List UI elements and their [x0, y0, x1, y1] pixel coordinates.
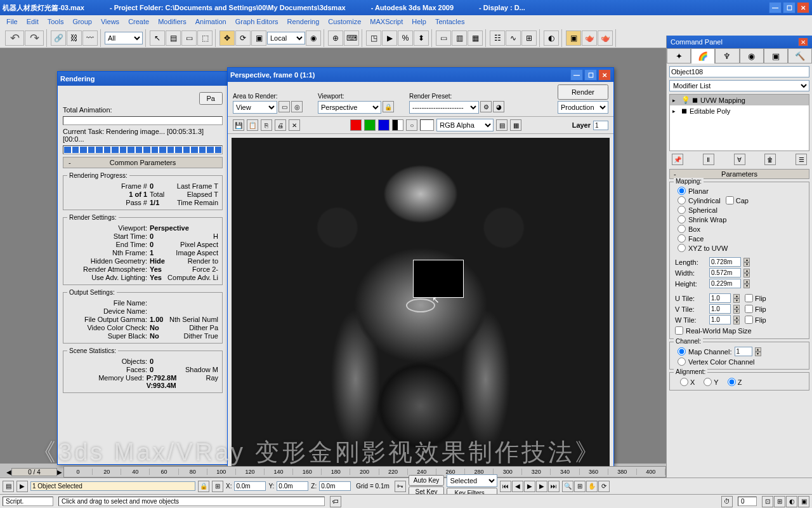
cp-close-button[interactable]: [798, 37, 808, 46]
keyboard-shortcut-button[interactable]: ⌨: [344, 30, 359, 46]
time-config-icon[interactable]: ⏱: [721, 496, 733, 507]
menu-group[interactable]: Group: [69, 17, 96, 27]
stack-editable-poly[interactable]: ◼ Editable Poly: [670, 105, 809, 116]
scale-button[interactable]: ▣: [251, 30, 266, 46]
toggle-a-icon[interactable]: ▤: [496, 119, 508, 131]
render-button[interactable]: 🫖: [582, 30, 597, 46]
reference-coord-select[interactable]: Local: [267, 32, 305, 44]
zoom-all-icon[interactable]: ⊞: [574, 481, 586, 492]
window-crossing-button[interactable]: ⬚: [197, 30, 213, 46]
layer-input[interactable]: [593, 121, 608, 130]
render-frame-title[interactable]: Perspective, frame 0 (1:1): [228, 68, 613, 82]
vertex-color-radio[interactable]: [678, 358, 686, 366]
select-object-button[interactable]: ↖: [150, 30, 165, 46]
width-spinner[interactable]: ▴▾: [743, 269, 750, 277]
bind-spacewarp-button[interactable]: 〰: [82, 30, 98, 46]
zoom-extents-all-icon[interactable]: ⊞: [774, 496, 785, 507]
save-image-icon[interactable]: 💾: [233, 119, 244, 131]
height-input[interactable]: [709, 279, 741, 288]
script-run-icon[interactable]: ▶: [16, 481, 28, 492]
schematic-view-button[interactable]: ⊞: [521, 30, 537, 46]
motion-tab[interactable]: ◉: [740, 48, 764, 64]
render-setup-icon[interactable]: ⚙: [480, 101, 492, 112]
pause-button[interactable]: Pa: [199, 92, 223, 105]
command-panel-title[interactable]: Command Panel: [667, 36, 812, 48]
time-tag-icon[interactable]: 🏷: [330, 496, 341, 507]
length-spinner[interactable]: ▴▾: [743, 258, 750, 267]
pivot-center-button[interactable]: ◉: [306, 30, 321, 46]
real-world-checkbox[interactable]: [675, 326, 683, 335]
manipulate-button[interactable]: ⊕: [328, 30, 343, 46]
move-button[interactable]: ✥: [219, 30, 235, 46]
utile-input[interactable]: [709, 293, 731, 303]
map-channel-input[interactable]: [735, 347, 752, 356]
time-slider[interactable]: ◀0 / 4▶: [6, 466, 62, 478]
mapping-face-radio[interactable]: [678, 234, 686, 243]
select-by-name-button[interactable]: ▤: [166, 30, 181, 46]
transform-type-in-icon[interactable]: ⊞: [212, 481, 223, 492]
curve-editor-button[interactable]: ∿: [506, 30, 521, 46]
render-mode-select[interactable]: Production: [558, 101, 608, 114]
menu-modifiers[interactable]: Modifiers: [154, 17, 190, 27]
rendering-window-title[interactable]: Rendering: [58, 72, 228, 86]
redo-button[interactable]: ↷: [25, 30, 44, 46]
color-swatch[interactable]: [420, 119, 434, 131]
blue-channel-icon[interactable]: [378, 119, 390, 131]
length-input[interactable]: [709, 257, 741, 267]
hierarchy-tab[interactable]: ♆: [715, 48, 739, 64]
auto-key-button[interactable]: Auto Key: [409, 475, 445, 486]
rfw-maximize-button[interactable]: [584, 69, 597, 81]
configure-sets-icon[interactable]: ☰: [796, 154, 807, 165]
y-input[interactable]: [277, 481, 308, 491]
menu-views[interactable]: Views: [97, 17, 123, 27]
maximize-button[interactable]: [783, 2, 796, 13]
layer-manager-button[interactable]: ☷: [490, 30, 505, 46]
material-editor-button[interactable]: ◐: [544, 30, 559, 46]
mapping-shrinkwrap-radio[interactable]: [678, 215, 686, 224]
auto-region-icon[interactable]: ◎: [291, 101, 303, 112]
max-toggle-icon[interactable]: ▣: [798, 496, 809, 507]
toggle-b-icon[interactable]: ▦: [510, 119, 521, 131]
current-frame-input[interactable]: [738, 497, 757, 506]
menu-tentacles[interactable]: Tentacles: [431, 17, 468, 27]
align-x-radio[interactable]: [680, 378, 688, 386]
vflip-checkbox[interactable]: [745, 305, 753, 313]
mirror-button[interactable]: ▥: [452, 30, 467, 46]
script-label[interactable]: [3, 497, 53, 506]
object-name-input[interactable]: [669, 66, 809, 77]
menu-maxscript[interactable]: MAXScript: [366, 17, 407, 27]
pin-stack-icon[interactable]: 📌: [672, 154, 683, 165]
zoom-extents-icon[interactable]: ⊡: [762, 496, 773, 507]
mono-channel-icon[interactable]: ○: [406, 119, 417, 131]
environment-icon[interactable]: ◕: [493, 101, 504, 112]
selection-filter-select[interactable]: All: [105, 32, 143, 44]
show-end-result-icon[interactable]: Ⅱ: [703, 154, 714, 165]
remove-modifier-icon[interactable]: 🗑: [764, 154, 776, 165]
goto-end-icon[interactable]: ⏭: [548, 481, 560, 492]
mapping-xyz-radio[interactable]: [678, 244, 686, 252]
red-channel-icon[interactable]: [350, 119, 362, 131]
x-input[interactable]: [234, 481, 266, 491]
make-unique-icon[interactable]: ∀: [734, 154, 745, 165]
menu-animation[interactable]: Animation: [192, 17, 230, 27]
green-channel-icon[interactable]: [364, 119, 376, 131]
channel-select[interactable]: RGB Alpha: [436, 119, 494, 131]
key-icon[interactable]: 🗝: [395, 481, 406, 492]
menu-create[interactable]: Create: [124, 17, 153, 27]
link-button[interactable]: 🔗: [51, 30, 66, 46]
select-region-button[interactable]: ▭: [181, 30, 197, 46]
map-channel-radio[interactable]: [678, 347, 686, 356]
align-y-radio[interactable]: [704, 378, 712, 386]
vtile-input[interactable]: [709, 304, 731, 314]
close-button[interactable]: [797, 2, 809, 13]
render-region-box[interactable]: [413, 260, 464, 298]
utilities-tab[interactable]: 🔨: [788, 48, 812, 64]
print-icon[interactable]: 🖨: [275, 119, 286, 131]
undo-button[interactable]: ↶: [5, 30, 24, 46]
cap-checkbox[interactable]: [726, 196, 734, 204]
lock-viewport-icon[interactable]: 🔒: [383, 101, 394, 112]
alpha-channel-icon[interactable]: [392, 119, 403, 131]
mapping-planar-radio[interactable]: [678, 187, 686, 195]
align-z-radio[interactable]: [728, 378, 736, 386]
script-listener-icon[interactable]: ▤: [3, 481, 14, 492]
